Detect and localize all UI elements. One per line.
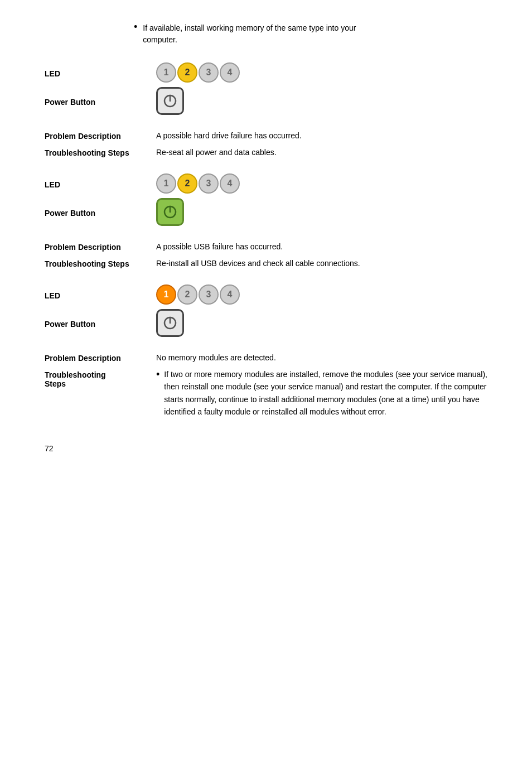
steps-row-1: Troubleshooting Steps Re-seat all power … <box>45 146 499 158</box>
steps-bullet-text-1: If two or more memory modules are instal… <box>164 368 499 418</box>
led-3-4: 4 <box>220 284 240 305</box>
problem-row-3: Problem Description No memory modules ar… <box>45 351 499 364</box>
led-2-3: 3 <box>199 173 219 194</box>
section-3: LED 1 2 3 4 Power Button Problem Descrip… <box>45 284 499 422</box>
led-1-2: 2 <box>177 62 197 83</box>
bullet-point: • <box>134 21 137 33</box>
steps-label-3: TroubleshootingSteps <box>45 368 156 388</box>
led-3-2: 2 <box>177 284 197 305</box>
power-label-1: Power Button <box>45 95 156 107</box>
intro-bullet: • If available, install working memory o… <box>45 22 499 46</box>
intro-bullet-text: If available, install working memory of … <box>143 22 377 46</box>
led-display-3: 1 2 3 4 <box>156 284 240 305</box>
power-button-3[interactable] <box>156 309 184 337</box>
steps-bullet-item-1: • If two or more memory modules are inst… <box>156 368 499 418</box>
led-2-4: 4 <box>220 173 240 194</box>
power-row-3: Power Button <box>45 309 499 337</box>
page-number: 72 <box>45 444 499 453</box>
problem-label-1: Problem Description <box>45 129 156 141</box>
power-icon-2 <box>162 204 178 220</box>
steps-row-2: Troubleshooting Steps Re-install all USB… <box>45 257 499 269</box>
steps-content-3: • If two or more memory modules are inst… <box>156 368 499 422</box>
steps-text-1: Re-seat all power and data cables. <box>156 146 499 158</box>
power-row-1: Power Button <box>45 87 499 115</box>
power-button-1[interactable] <box>156 87 184 115</box>
led-row-2: LED 1 2 3 4 <box>45 173 499 194</box>
led-label-3: LED <box>45 289 156 300</box>
section-2: LED 1 2 3 4 Power Button Problem Descrip… <box>45 173 499 270</box>
steps-label-2: Troubleshooting Steps <box>45 257 156 268</box>
led-display-1: 1 2 3 4 <box>156 62 240 83</box>
led-display-2: 1 2 3 4 <box>156 173 240 194</box>
section-1: LED 1 2 3 4 Power Button Problem Descrip… <box>45 62 499 159</box>
led-1-3: 3 <box>199 62 219 83</box>
led-row-3: LED 1 2 3 4 <box>45 284 499 305</box>
problem-text-3: No memory modules are detected. <box>156 351 499 364</box>
steps-bullet-list-3: • If two or more memory modules are inst… <box>156 368 499 418</box>
steps-row-3: TroubleshootingSteps • If two or more me… <box>45 368 499 422</box>
problem-label-3: Problem Description <box>45 351 156 363</box>
bullet-marker: • <box>156 368 159 381</box>
power-icon-3 <box>162 315 178 331</box>
problem-label-2: Problem Description <box>45 240 156 252</box>
steps-text-2: Re-install all USB devices and check all… <box>156 257 499 269</box>
power-btn-container-1 <box>156 87 184 115</box>
power-button-2[interactable] <box>156 198 184 226</box>
problem-text-2: A possible USB failure has occurred. <box>156 240 499 253</box>
power-icon-1 <box>162 93 178 109</box>
problem-row-1: Problem Description A possible hard driv… <box>45 129 499 142</box>
led-1-4: 4 <box>220 62 240 83</box>
problem-row-2: Problem Description A possible USB failu… <box>45 240 499 253</box>
power-btn-container-3 <box>156 309 184 337</box>
led-label-1: LED <box>45 67 156 78</box>
led-label-2: LED <box>45 178 156 189</box>
power-label-3: Power Button <box>45 317 156 329</box>
led-2-2: 2 <box>177 173 197 194</box>
problem-text-1: A possible hard drive failure has occurr… <box>156 129 499 142</box>
led-3-1: 1 <box>156 284 176 305</box>
steps-label-1: Troubleshooting Steps <box>45 146 156 157</box>
led-row-1: LED 1 2 3 4 <box>45 62 499 83</box>
power-btn-container-2 <box>156 198 184 226</box>
led-3-3: 3 <box>199 284 219 305</box>
power-row-2: Power Button <box>45 198 499 226</box>
power-label-2: Power Button <box>45 206 156 218</box>
led-1-1: 1 <box>156 62 176 83</box>
led-2-1: 1 <box>156 173 176 194</box>
